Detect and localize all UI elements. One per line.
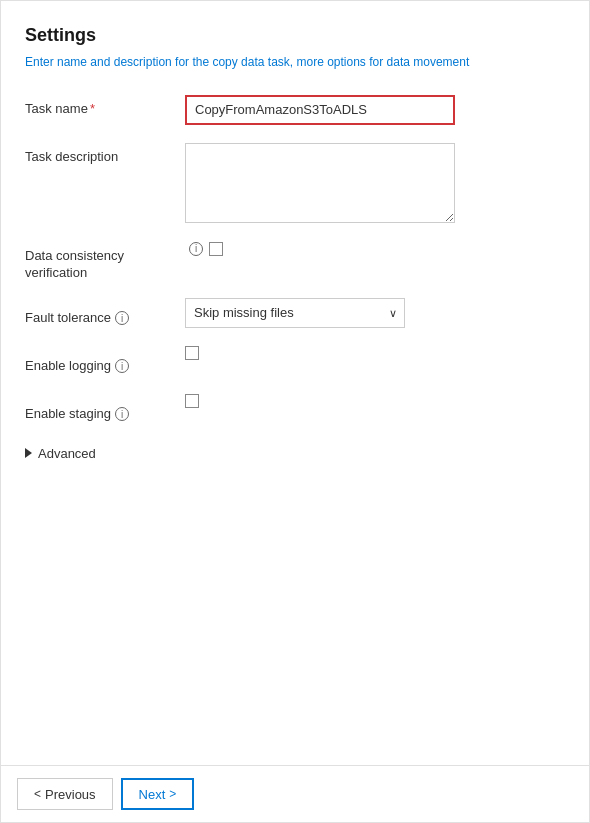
enable-logging-label-container: Enable logging i (25, 346, 185, 375)
enable-staging-label-container: Enable staging i (25, 394, 185, 423)
task-description-row: Task description (25, 143, 565, 226)
footer: Previous Next (1, 765, 589, 822)
data-consistency-info-icon[interactable]: i (189, 242, 203, 256)
task-name-row: Task name* (25, 95, 565, 127)
advanced-label: Advanced (38, 446, 96, 461)
fault-tolerance-select[interactable]: Skip missing files None Skip incompatibl… (185, 298, 405, 328)
advanced-section[interactable]: Advanced (25, 442, 565, 465)
task-description-input[interactable] (185, 143, 455, 223)
fault-tolerance-label: Fault tolerance (25, 310, 111, 327)
enable-logging-checkbox[interactable] (185, 346, 199, 360)
enable-staging-checkbox[interactable] (185, 394, 199, 408)
fault-tolerance-label-container: Fault tolerance i (25, 298, 185, 327)
next-button[interactable]: Next (121, 778, 195, 810)
data-consistency-label: Data consistency verification (25, 242, 185, 282)
previous-button[interactable]: Previous (17, 778, 113, 810)
task-description-label: Task description (25, 143, 185, 166)
enable-logging-info-icon[interactable]: i (115, 359, 129, 373)
data-consistency-control: i (185, 242, 565, 256)
task-name-label: Task name* (25, 95, 185, 118)
task-description-control (185, 143, 565, 226)
fault-tolerance-select-wrapper: Skip missing files None Skip incompatibl… (185, 298, 405, 328)
data-consistency-checkbox[interactable] (209, 242, 223, 256)
enable-staging-label: Enable staging (25, 406, 111, 423)
advanced-arrow-icon (25, 448, 32, 458)
fault-tolerance-row: Fault tolerance i Skip missing files Non… (25, 298, 565, 330)
fault-tolerance-info-icon[interactable]: i (115, 311, 129, 325)
fault-tolerance-control: Skip missing files None Skip incompatibl… (185, 298, 565, 328)
task-name-control (185, 95, 565, 125)
page-subtitle: Enter name and description for the copy … (25, 54, 565, 71)
enable-logging-control (185, 346, 565, 360)
enable-staging-info-icon[interactable]: i (115, 407, 129, 421)
enable-logging-row: Enable logging i (25, 346, 565, 378)
task-name-input[interactable] (185, 95, 455, 125)
enable-logging-label: Enable logging (25, 358, 111, 375)
page-title: Settings (25, 25, 565, 46)
enable-staging-control (185, 394, 565, 408)
enable-staging-row: Enable staging i (25, 394, 565, 426)
data-consistency-row: Data consistency verification i (25, 242, 565, 282)
